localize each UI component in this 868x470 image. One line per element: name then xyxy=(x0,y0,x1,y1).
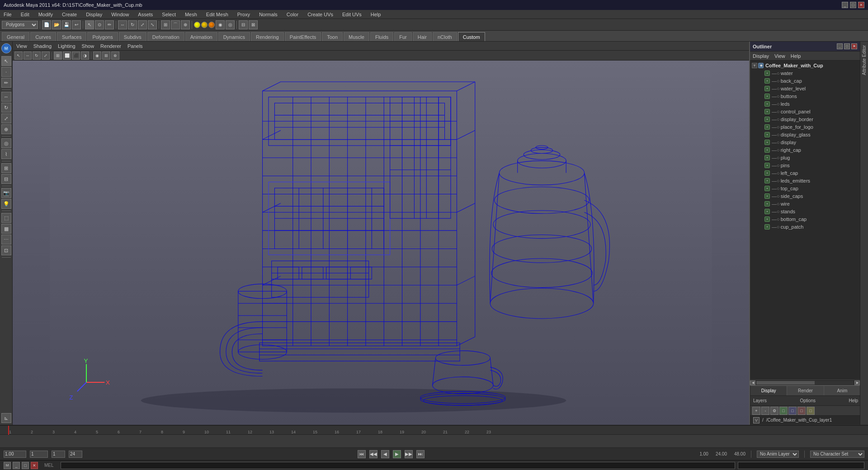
paint-select-btn[interactable]: ✏ xyxy=(1,78,11,88)
tree-item-right-cap[interactable]: ▪ —○ right_cap xyxy=(750,146,860,154)
menu-file[interactable]: File xyxy=(2,12,14,17)
outliner-minimize-btn[interactable]: _ xyxy=(837,43,843,49)
tab-ncloth[interactable]: nCloth xyxy=(433,32,457,41)
tab-painteffects[interactable]: PaintEffects xyxy=(285,32,321,41)
open-btn[interactable]: 📂 xyxy=(52,20,61,29)
hscroll-left-btn[interactable]: ◀ xyxy=(750,381,755,385)
timeline-track[interactable] xyxy=(0,435,868,447)
render-region-btn[interactable]: ⬚ xyxy=(1,213,11,223)
vp-rotate-btn[interactable]: ↻ xyxy=(33,52,41,60)
manip-tool-btn[interactable]: ⊕ xyxy=(1,124,11,134)
tab-rendering[interactable]: Rendering xyxy=(251,32,284,41)
layer-options-btn[interactable]: ⚙ xyxy=(770,407,778,415)
move-tool-btn[interactable]: ↔ xyxy=(1,92,11,102)
vp-menu-renderer[interactable]: Renderer xyxy=(100,43,121,49)
script-type-btn[interactable]: M xyxy=(4,462,11,469)
menu-edit-uvs[interactable]: Edit UVs xyxy=(340,12,363,17)
tree-item-water-level[interactable]: ▪ —○ water_level xyxy=(750,85,860,92)
tab-surfaces[interactable]: Surfaces xyxy=(57,32,86,41)
tab-muscle[interactable]: Muscle xyxy=(344,32,369,41)
snap-curve-btn[interactable]: ⌒ xyxy=(171,20,180,29)
tab-hair[interactable]: Hair xyxy=(413,32,432,41)
cmd-minimize-btn[interactable]: _ xyxy=(13,462,20,469)
vp-menu-show[interactable]: Show xyxy=(82,43,94,49)
tree-item-side-caps[interactable]: ▪ —○ side_caps xyxy=(750,192,860,200)
tree-item-display[interactable]: ▪ —○ display xyxy=(750,138,860,146)
menu-help[interactable]: Help xyxy=(369,12,383,17)
menu-create[interactable]: Create xyxy=(60,12,79,17)
rotate-btn[interactable]: ↻ xyxy=(128,20,137,29)
minimize-button[interactable]: _ xyxy=(842,2,848,8)
tab-polygons[interactable]: Polygons xyxy=(87,32,118,41)
attr-editor-label[interactable]: Attribute Editor xyxy=(862,45,867,75)
attribute-editor-sidebar[interactable]: Attribute Editor xyxy=(860,42,868,425)
undo-btn[interactable]: ↩ xyxy=(72,20,81,29)
vp-grid-btn[interactable]: ⊞ xyxy=(102,52,110,60)
layer-col1-btn[interactable]: □ xyxy=(779,407,788,415)
forward-btn[interactable]: ▶▶ xyxy=(405,450,413,458)
layer-row-1[interactable]: V / /Coffee_Maker_with_Cup_layer1 xyxy=(750,416,861,425)
tab-dynamics[interactable]: Dynamics xyxy=(218,32,250,41)
outliner-menu-help[interactable]: Help xyxy=(791,53,801,59)
select-tool-btn[interactable]: ↖ xyxy=(1,56,11,66)
tree-item-leds-emitters[interactable]: ▪ —○ leds_emitters xyxy=(750,177,860,184)
transform-btn[interactable]: ⤡ xyxy=(148,20,157,29)
hscroll-right-btn[interactable]: ▶ xyxy=(854,381,860,385)
end-btn[interactable]: ⏭ xyxy=(416,450,425,458)
menu-edit[interactable]: Edit xyxy=(19,12,31,17)
outliner-menu-display[interactable]: Display xyxy=(753,53,769,59)
ipr-btn[interactable]: ◎ xyxy=(226,20,235,29)
hotbox-btn[interactable]: ⊠ xyxy=(249,20,258,29)
viewport-canvas[interactable]: X Y Z xyxy=(13,61,749,425)
menu-proxy[interactable]: Proxy xyxy=(236,12,252,17)
cmd-box-btn[interactable]: □ xyxy=(22,462,29,469)
tree-item-leds[interactable]: ▪ —○ leds xyxy=(750,100,860,108)
render-view-btn[interactable]: ▦ xyxy=(1,224,11,234)
step-back-btn[interactable]: ◀◀ xyxy=(369,450,377,458)
tree-item-display-glass[interactable]: ▪ —○ display_glass xyxy=(750,131,860,138)
menu-select[interactable]: Select xyxy=(160,12,178,17)
uv-editor-btn[interactable]: ⊡ xyxy=(1,245,11,255)
tree-item-bottom-cap[interactable]: ▪ —○ bottom_cap xyxy=(750,215,860,223)
outliner-tree[interactable]: ▼ ◈ Coffee_Maker_with_Cup ▪ —○ water ▪ —… xyxy=(750,61,860,380)
layer-visible-toggle[interactable]: V xyxy=(753,417,760,423)
tab-curves[interactable]: Curves xyxy=(30,32,56,41)
tree-expand-root[interactable]: ▼ xyxy=(752,63,757,68)
tree-item-place-for-logo[interactable]: ▪ —○ place_for_logo xyxy=(750,123,860,131)
menu-window[interactable]: Window xyxy=(109,12,131,17)
delete-layer-btn[interactable]: - xyxy=(761,407,769,415)
tree-item-plug[interactable]: ▪ —○ plug xyxy=(750,154,860,161)
vp-menu-view[interactable]: View xyxy=(16,43,27,49)
show-manip-btn[interactable]: ⊞ xyxy=(1,163,11,173)
create-layer-btn[interactable]: + xyxy=(752,407,760,415)
layers-menu[interactable]: Layers xyxy=(753,398,767,403)
move-btn[interactable]: ↔ xyxy=(118,20,127,29)
new-scene-btn[interactable]: 📄 xyxy=(42,20,51,29)
outliner-close-btn[interactable]: ✕ xyxy=(851,43,857,49)
light-btn[interactable]: 💡 xyxy=(1,199,11,209)
step-input[interactable] xyxy=(52,451,65,458)
tree-item-control-panel[interactable]: ▪ —○ control_panel xyxy=(750,108,860,115)
tree-item-wire[interactable]: ▪ —○ wire xyxy=(750,200,860,207)
outliner-maximize-btn[interactable]: □ xyxy=(844,43,850,49)
bottom-shelf-btn[interactable]: ⊾ xyxy=(1,413,11,423)
color-ball-2[interactable] xyxy=(201,22,208,28)
help-menu[interactable]: Help xyxy=(849,398,858,403)
cmd-input-field[interactable] xyxy=(61,462,735,469)
char-set-select[interactable]: No Character Set xyxy=(810,451,864,458)
vp-move-btn[interactable]: ↔ xyxy=(24,52,32,60)
vp-menu-lighting[interactable]: Lighting xyxy=(58,43,75,49)
vp-texture-btn[interactable]: ⬛ xyxy=(72,52,80,60)
range-start-input[interactable] xyxy=(4,451,26,458)
layer-col4-btn[interactable]: □ xyxy=(807,407,815,415)
menu-assets[interactable]: Assets xyxy=(136,12,155,17)
vp-smooth-btn[interactable]: ⬜ xyxy=(63,52,71,60)
select-btn[interactable]: ↖ xyxy=(85,20,94,29)
snap-point-btn[interactable]: ⊕ xyxy=(181,20,190,29)
vp-scale-btn[interactable]: ⤢ xyxy=(42,52,50,60)
tab-general[interactable]: General xyxy=(2,32,29,41)
vp-select-btn[interactable]: ↖ xyxy=(14,52,23,60)
paint-btn[interactable]: ✏ xyxy=(105,20,114,29)
anim-layer-select[interactable]: No Anim Layer xyxy=(757,451,799,458)
lasso-btn[interactable]: ⊙ xyxy=(95,20,104,29)
